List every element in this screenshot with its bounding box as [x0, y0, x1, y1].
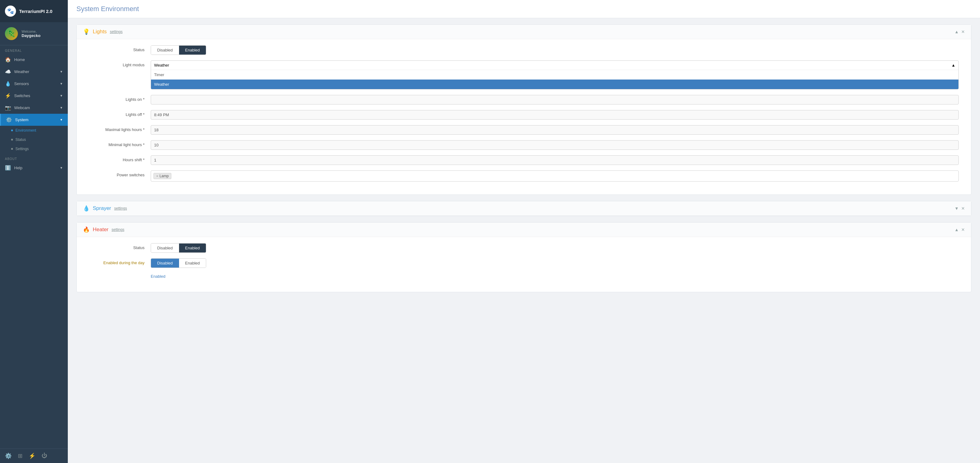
sidebar-subitem-settings[interactable]: Settings — [0, 144, 68, 154]
webcam-icon: 📷 — [5, 105, 11, 111]
lights-settings-link[interactable]: settings — [110, 30, 123, 34]
heater-day-toggle: Disabled Enabled — [151, 258, 206, 268]
sidebar-item-weather[interactable]: ☁️ Weather ▼ — [0, 66, 68, 78]
dot-icon — [11, 148, 13, 150]
sidebar-header: 🐾 TerrariumPI 2.0 — [0, 0, 68, 22]
chevron-down-icon: ▼ — [60, 166, 63, 170]
welcome-text: Welcome, — [22, 30, 40, 33]
avatar: 🦎 — [5, 27, 18, 40]
lights-modus-option-weather[interactable]: Weather — [151, 80, 958, 89]
sidebar-item-system[interactable]: ⚙️ System ▼ — [0, 114, 68, 126]
lights-on-row: Lights on * — [89, 95, 959, 105]
settings-footer-icon[interactable]: ⚙️ — [5, 452, 12, 459]
heater-title-group: 🔥 Heater settings — [83, 226, 124, 233]
lights-status-toggle: Disabled Enabled — [151, 45, 206, 55]
general-label: GENERAL — [0, 45, 68, 54]
sidebar-item-switches[interactable]: ⚡ Switches ▼ — [0, 90, 68, 102]
sprayer-section: 💧 Sprayer settings ▼ ✕ — [76, 201, 971, 216]
sidebar-item-help[interactable]: ℹ️ Help ▼ — [0, 162, 68, 174]
sidebar-item-webcam-label: Webcam — [14, 105, 30, 110]
sprayer-collapse-down-button[interactable]: ▼ — [955, 206, 959, 211]
lights-title: Lights — [93, 29, 107, 35]
sidebar-item-webcam[interactable]: 📷 Webcam ▼ — [0, 102, 68, 114]
sidebar-subitem-environment[interactable]: Environment — [0, 126, 68, 135]
sidebar-item-sensors[interactable]: 💧 Sensors ▼ — [0, 78, 68, 90]
lights-collapse-up-button[interactable]: ▲ — [955, 29, 959, 34]
lights-power-switches-tags[interactable]: × Lamp — [151, 170, 959, 181]
sidebar-item-home-label: Home — [14, 57, 25, 62]
lights-min-hours-row: Minimal light hours * — [89, 140, 959, 150]
system-icon: ⚙️ — [6, 117, 12, 123]
lights-off-control — [151, 110, 959, 119]
lights-modus-dropdown[interactable]: Weather ▲ Timer Weather — [151, 60, 959, 89]
heater-day-row: Enabled during the day Disabled Enabled — [89, 258, 959, 268]
lights-section-controls: ▲ ✕ — [955, 29, 965, 34]
lights-status-row: Status Disabled Enabled — [89, 45, 959, 55]
lights-close-button[interactable]: ✕ — [961, 29, 965, 34]
sidebar-item-system-label: System — [15, 118, 29, 122]
chevron-down-icon: ▼ — [60, 82, 63, 85]
sprayer-title: Sprayer — [93, 205, 111, 212]
lights-modus-option-timer[interactable]: Timer — [151, 70, 958, 80]
lights-min-hours-input[interactable] — [151, 140, 959, 150]
heater-enabled-badge-row: Enabled — [89, 274, 959, 279]
lights-section-header: 💡 Lights settings ▲ ✕ — [77, 25, 971, 39]
lights-max-hours-input[interactable] — [151, 125, 959, 135]
lights-on-input[interactable] — [151, 95, 959, 105]
power-icon[interactable]: ⚡ — [29, 452, 35, 459]
lights-off-label: Lights off * — [89, 110, 151, 117]
home-icon: 🏠 — [5, 57, 11, 62]
sidebar-item-home[interactable]: 🏠 Home — [0, 54, 68, 66]
sidebar-item-switches-label: Switches — [14, 94, 30, 98]
heater-section-header: 🔥 Heater settings ▲ ✕ — [77, 223, 971, 237]
lights-max-hours-control — [151, 125, 959, 135]
heater-badge-control: Enabled — [151, 274, 959, 279]
sprayer-close-button[interactable]: ✕ — [961, 206, 965, 211]
lights-modus-dropdown-header[interactable]: Weather ▲ — [151, 61, 958, 70]
heater-day-disabled-button[interactable]: Disabled — [151, 259, 179, 267]
heater-flame-icon: 🔥 — [83, 226, 90, 233]
tag-remove-icon[interactable]: × — [156, 174, 158, 178]
sidebar: 🐾 TerrariumPI 2.0 🦎 Welcome, Daygecko GE… — [0, 0, 68, 463]
heater-day-enabled-button[interactable]: Enabled — [179, 259, 206, 267]
heater-status-toggle: Disabled Enabled — [151, 243, 206, 253]
heater-enabled-button[interactable]: Enabled — [179, 243, 206, 253]
sprayer-settings-link[interactable]: settings — [115, 206, 127, 210]
shutdown-icon[interactable]: ⏻ — [41, 452, 47, 459]
tag-lamp: × Lamp — [153, 173, 171, 179]
app-logo: 🐾 — [5, 6, 16, 17]
lights-bulb-icon: 💡 — [83, 29, 90, 35]
lights-off-input[interactable] — [151, 110, 959, 119]
heater-settings-link[interactable]: settings — [111, 228, 124, 232]
lights-status-label: Status — [89, 45, 151, 52]
content-area: 💡 Lights settings ▲ ✕ Status Disabled — [68, 18, 980, 305]
username: Daygecko — [22, 33, 40, 38]
app-title: TerrariumPI 2.0 — [19, 9, 52, 14]
lights-modus-dropdown-list: Timer Weather — [151, 70, 958, 89]
sidebar-item-weather-label: Weather — [14, 69, 29, 74]
sprayer-drop-icon: 💧 — [83, 205, 90, 212]
sensors-icon: 💧 — [5, 81, 11, 87]
switches-icon: ⚡ — [5, 93, 11, 99]
page-title: System Environment — [76, 5, 971, 13]
lights-power-switches-row: Power switches × Lamp — [89, 170, 959, 181]
heater-title: Heater — [93, 227, 108, 233]
lights-hours-shift-row: Hours shift * — [89, 155, 959, 165]
sidebar-subitem-status-label: Status — [16, 137, 26, 142]
lights-min-hours-control — [151, 140, 959, 150]
lights-enabled-button[interactable]: Enabled — [179, 46, 206, 54]
main-content: System Environment 💡 Lights settings ▲ ✕… — [68, 0, 980, 463]
heater-collapse-up-button[interactable]: ▲ — [955, 227, 959, 232]
lights-on-label: Lights on * — [89, 95, 151, 102]
lights-min-hours-label: Minimal light hours * — [89, 140, 151, 147]
lights-disabled-button[interactable]: Disabled — [151, 46, 179, 54]
sidebar-subitem-status[interactable]: Status — [0, 135, 68, 144]
heater-close-button[interactable]: ✕ — [961, 227, 965, 232]
lights-max-hours-row: Maximal lights hours * — [89, 125, 959, 135]
lights-modus-row: Light modus Weather ▲ Timer Weather — [89, 60, 959, 89]
fullscreen-icon[interactable]: ⊞ — [18, 452, 22, 459]
lights-hours-shift-input[interactable] — [151, 155, 959, 165]
chevron-up-icon: ▲ — [951, 63, 955, 67]
heater-disabled-button[interactable]: Disabled — [151, 243, 179, 253]
user-section: 🦎 Welcome, Daygecko — [0, 22, 68, 45]
